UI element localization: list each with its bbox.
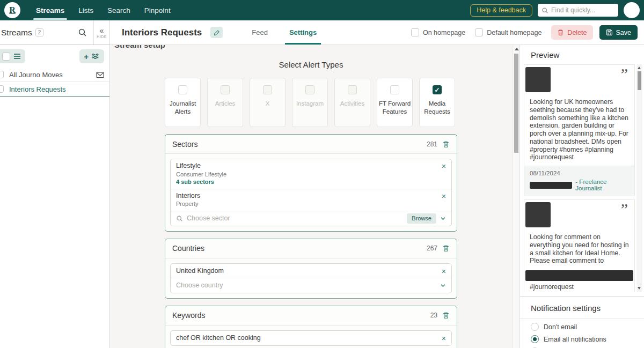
browse-sectors-button[interactable]: Browse bbox=[407, 213, 436, 224]
chevron-down-icon[interactable] bbox=[440, 217, 446, 220]
list-menu-icon bbox=[13, 53, 21, 60]
radio-dont-email[interactable]: Don't email bbox=[531, 323, 644, 331]
preview-card[interactable]: Looking for UK homeowners seething becau… bbox=[524, 64, 635, 196]
brand-logo[interactable]: R bbox=[4, 2, 20, 18]
preview-scrollbar[interactable] bbox=[636, 64, 642, 292]
streams-sidebar: Streams 2 « HIDE + bbox=[0, 20, 110, 348]
alert-type-ft-forward-features[interactable]: FT Forward Features bbox=[377, 78, 413, 127]
sector-name: Interiors bbox=[176, 192, 436, 201]
radio-icon-selected[interactable] bbox=[531, 335, 539, 343]
tab-settings[interactable]: Settings bbox=[279, 20, 327, 45]
nav-tab-label: Lists bbox=[78, 6, 93, 14]
sector-row-interiors: Interiors Property bbox=[171, 189, 451, 211]
lower-row: Stream setup Select Alert Types Journali… bbox=[110, 45, 644, 348]
scroll-down-arrow[interactable] bbox=[638, 287, 641, 290]
alert-type-checkbox bbox=[263, 85, 272, 94]
chevron-down-icon[interactable] bbox=[440, 284, 446, 287]
preview-card-footer: 08/11/2024 - Freelance Journalist bbox=[524, 166, 634, 196]
plus-icon: + bbox=[84, 53, 89, 61]
remove-country-icon[interactable] bbox=[442, 268, 446, 275]
sidebar-item-all-journo-moves[interactable]: All Journo Moves bbox=[0, 68, 109, 82]
keywords-header: Keywords 23 bbox=[165, 306, 457, 325]
alert-type-journalist-alerts[interactable]: Journalist Alerts bbox=[165, 78, 201, 127]
scrollbar-thumb[interactable] bbox=[638, 71, 641, 90]
clear-sectors-button[interactable] bbox=[442, 140, 450, 148]
default-homepage-toggle[interactable]: Default homepage bbox=[475, 28, 541, 36]
countries-box: United Kingdom Choose country bbox=[170, 263, 452, 293]
app-window: R Streams Lists Search Pinpoint Help & f… bbox=[0, 0, 644, 348]
keywords-body: chef OR kitchen OR cooking bbox=[165, 325, 457, 348]
radio-email-all-notifications[interactable]: Email all notifications bbox=[531, 335, 644, 343]
help-feedback-button[interactable]: Help & feedback bbox=[470, 4, 532, 17]
nav-tab-pinpoint[interactable]: Pinpoint bbox=[137, 0, 178, 20]
scroll-up-arrow[interactable] bbox=[638, 66, 641, 69]
scrollbar-thumb[interactable] bbox=[514, 54, 518, 153]
on-homepage-checkbox[interactable] bbox=[411, 28, 419, 36]
sidebar-search-button[interactable] bbox=[78, 28, 87, 37]
countries-title: Countries bbox=[172, 244, 204, 253]
on-homepage-toggle[interactable]: On homepage bbox=[411, 28, 465, 36]
choose-country-input[interactable]: Choose country bbox=[171, 278, 451, 293]
collapse-chevrons-icon: « bbox=[100, 27, 104, 34]
countries-body: United Kingdom Choose country bbox=[165, 258, 457, 298]
remove-sector-icon[interactable] bbox=[442, 192, 446, 200]
notification-settings: Notification settings Don't email Email … bbox=[520, 296, 644, 348]
nav-tab-label: Search bbox=[107, 6, 130, 14]
alert-type-checkbox[interactable] bbox=[178, 85, 187, 94]
stream-checkbox[interactable] bbox=[0, 85, 4, 93]
tab-feed[interactable]: Feed bbox=[241, 20, 279, 45]
clear-countries-button[interactable] bbox=[442, 245, 450, 252]
nav-tab-search[interactable]: Search bbox=[100, 0, 137, 20]
alert-type-label: Instagram bbox=[294, 100, 327, 108]
alert-type-instagram: Instagram bbox=[292, 78, 328, 127]
choose-country-placeholder: Choose country bbox=[176, 282, 436, 289]
clear-keywords-button[interactable] bbox=[442, 312, 450, 319]
alert-type-label: Articles bbox=[209, 100, 242, 108]
edit-title-button[interactable] bbox=[210, 27, 223, 38]
sub-sectors-link[interactable]: 4 sub sectors bbox=[176, 178, 436, 186]
nav-tab-label: Pinpoint bbox=[144, 6, 171, 14]
preview-card[interactable]: Looking for comment on everything you ne… bbox=[524, 199, 635, 292]
global-search[interactable] bbox=[538, 4, 618, 17]
stream-checkbox[interactable] bbox=[0, 71, 4, 78]
scroll-up-arrow[interactable] bbox=[515, 48, 519, 50]
select-all-checkbox[interactable] bbox=[2, 53, 10, 61]
alert-type-checkbox[interactable] bbox=[390, 85, 399, 94]
settings-scrollbar[interactable] bbox=[513, 45, 519, 348]
alert-type-label: Journalist Alerts bbox=[166, 100, 200, 116]
sidebar-toolbar: + bbox=[0, 45, 109, 68]
alert-type-media-requests[interactable]: Media Requests bbox=[419, 78, 455, 127]
alert-type-checkbox-checked[interactable] bbox=[433, 85, 442, 94]
keywords-section: Keywords 23 chef OR kitchen OR cooking bbox=[165, 306, 457, 348]
journalist-role-link[interactable]: - Freelance Journalist bbox=[575, 179, 629, 191]
user-avatar[interactable] bbox=[624, 2, 640, 18]
remove-sector-icon[interactable] bbox=[442, 162, 446, 170]
remove-keyword-icon[interactable] bbox=[442, 335, 446, 342]
keywords-box: chef OR kitchen OR cooking bbox=[170, 330, 452, 346]
search-icon bbox=[541, 7, 548, 14]
quote-icon bbox=[621, 201, 628, 217]
radio-label: Email all notifications bbox=[544, 336, 606, 343]
hide-sidebar-button[interactable]: « HIDE bbox=[93, 20, 109, 45]
default-homepage-checkbox[interactable] bbox=[475, 28, 483, 36]
radio-icon[interactable] bbox=[531, 323, 539, 331]
sectors-section: Sectors 281 Lifestyle Con bbox=[165, 134, 457, 232]
nav-tab-streams[interactable]: Streams bbox=[29, 0, 71, 20]
sector-parent: Property bbox=[176, 200, 436, 208]
request-text: Looking for UK homeowners seething becau… bbox=[524, 95, 634, 166]
alert-type-checkbox bbox=[305, 85, 314, 94]
alert-type-checkbox bbox=[221, 85, 230, 94]
sectors-header: Sectors 281 bbox=[165, 135, 457, 154]
sidebar-header: Streams 2 « HIDE bbox=[0, 20, 109, 45]
nav-tab-lists[interactable]: Lists bbox=[71, 0, 100, 20]
alert-type-label: Media Requests bbox=[421, 100, 454, 116]
sidebar-item-interiors-requests[interactable]: Interiors Requests bbox=[0, 82, 109, 97]
select-all-streams-button[interactable] bbox=[0, 49, 25, 63]
delete-button[interactable]: Delete bbox=[551, 25, 592, 40]
save-button[interactable]: Save bbox=[599, 25, 638, 40]
global-search-input[interactable] bbox=[551, 6, 614, 14]
add-stream-button[interactable]: + bbox=[79, 49, 104, 63]
radio-label: Don't email bbox=[544, 323, 577, 331]
sectors-body: Lifestyle Consumer Lifestyle 4 sub secto… bbox=[165, 154, 457, 231]
choose-sector-input[interactable]: Choose sector Browse bbox=[171, 211, 451, 226]
